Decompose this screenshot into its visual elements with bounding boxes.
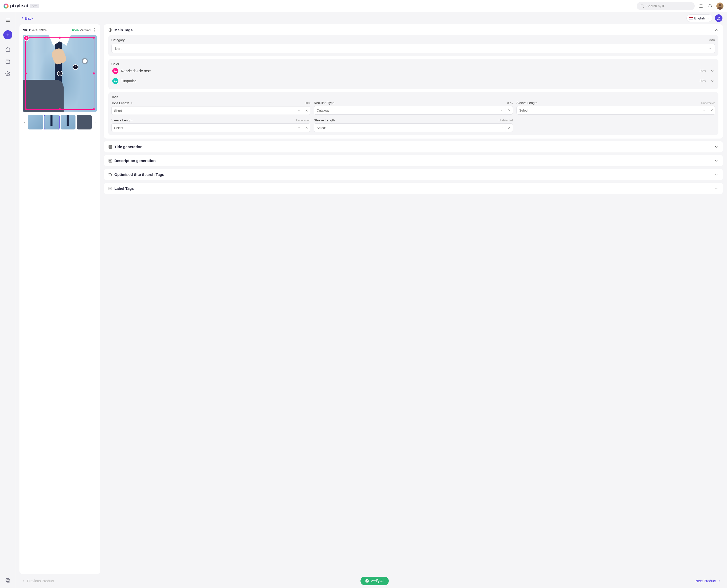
home-icon[interactable]: [4, 45, 12, 54]
color-label: Color: [111, 62, 119, 66]
search-tags-section[interactable]: Optimised Site Search Tags: [104, 169, 723, 180]
chevron-down-icon: [500, 126, 503, 129]
tag-item: Sleeve LengthUndetectedSelect ✕: [111, 118, 310, 132]
description-generation-section[interactable]: Description generation: [104, 155, 723, 166]
category-select[interactable]: Shirt: [111, 44, 715, 53]
color-pct: 80%: [700, 69, 706, 73]
back-label: Back: [25, 16, 33, 20]
remove-tag-button[interactable]: ✕: [303, 106, 310, 115]
handle-tm[interactable]: [59, 37, 61, 39]
color-swatch-icon: [112, 68, 118, 74]
undetected-label: Undetected: [701, 102, 715, 104]
next-product-button[interactable]: Next Product: [695, 579, 721, 583]
bell-icon[interactable]: [707, 3, 713, 9]
svg-point-12: [110, 29, 111, 30]
tag-select[interactable]: Select: [111, 123, 303, 132]
tag-item: Tops Length+80%Short ✕: [111, 101, 310, 115]
chevron-down-icon: [710, 79, 714, 83]
chevron-down-icon: [709, 47, 712, 50]
search-input[interactable]: [646, 4, 692, 8]
thumbnail-3[interactable]: [61, 115, 76, 130]
back-button[interactable]: Back: [20, 16, 33, 20]
chevron-down-icon: [714, 145, 719, 149]
marker-3[interactable]: 3: [73, 64, 78, 70]
logo-text: pixyle.ai: [10, 3, 28, 8]
verified-badge: 65% Verified: [72, 28, 91, 32]
thumbnail-1[interactable]: [28, 115, 43, 130]
verify-all-button[interactable]: Verify All: [360, 576, 389, 585]
svg-point-3: [718, 7, 723, 9]
search-input-wrapper[interactable]: [637, 2, 695, 10]
tag-item: Neckline Type80%Cutaway ✕: [314, 101, 513, 115]
tag-select[interactable]: Cutaway: [314, 106, 506, 114]
handle-ml[interactable]: [25, 72, 27, 75]
footer: Previous Product Verify All Next Product: [16, 574, 727, 588]
book-icon[interactable]: [698, 3, 704, 9]
thumb-prev[interactable]: ‹: [23, 120, 26, 124]
beta-badge: beta: [30, 4, 39, 8]
thumbnail-4[interactable]: [77, 115, 92, 130]
marker-2[interactable]: 2: [57, 71, 63, 76]
tag-select[interactable]: Short: [111, 106, 303, 115]
category-label: Category: [111, 38, 125, 42]
tags-block: Tags Tops Length+80%Short ✕Neckline Type…: [108, 92, 719, 135]
tag-label: Sleeve Length: [517, 101, 537, 105]
add-tag-icon[interactable]: +: [131, 101, 133, 105]
avatar[interactable]: [716, 2, 724, 9]
color-block: Color Razzle dazzle rose 80% Turquoise 8…: [108, 59, 719, 89]
main-tags-header[interactable]: Main Tags: [108, 28, 719, 32]
tags-label: Tags: [111, 95, 118, 99]
label-tags-section[interactable]: Label Tags: [104, 183, 723, 194]
marker-1[interactable]: 1: [23, 36, 29, 41]
language-select[interactable]: English: [686, 14, 712, 22]
color-pct: 80%: [700, 79, 706, 83]
search-icon: [640, 3, 644, 9]
tag-label: Neckline Type: [314, 101, 334, 105]
sku-value: 47483924: [32, 28, 47, 32]
chevron-down-icon: [714, 173, 719, 177]
color-item[interactable]: Turquoise 80%: [111, 76, 715, 86]
chevron-down-icon: [297, 109, 300, 112]
svg-rect-18: [109, 160, 111, 160]
box-icon[interactable]: [4, 58, 12, 66]
remove-tag-button[interactable]: ✕: [506, 106, 513, 114]
tag-item: Sleeve LengthUndetectedSelect ✕: [517, 101, 715, 115]
tag-label: Sleeve Length: [111, 118, 132, 122]
chevron-down-icon: [703, 109, 706, 112]
chevron-down-icon: [297, 126, 300, 129]
thumbnails: ‹ ›: [23, 115, 97, 130]
category-block: Category 80% Shirt: [108, 35, 719, 56]
svg-line-1: [643, 7, 644, 7]
tags-panel: Main Tags Category 80%: [104, 24, 724, 574]
prev-product-button: Previous Product: [22, 579, 54, 583]
tag-icon: [108, 28, 112, 32]
thumb-next[interactable]: ›: [93, 120, 97, 124]
svg-rect-11: [7, 580, 10, 583]
gear-icon[interactable]: [4, 70, 12, 78]
upload-button[interactable]: [715, 14, 723, 22]
sku-label: SKU:: [23, 28, 31, 32]
tag-pct: 80%: [305, 102, 310, 104]
code-icon[interactable]: [4, 576, 12, 585]
svg-point-9: [7, 73, 8, 75]
chevron-down-icon: [714, 187, 719, 191]
color-item[interactable]: Razzle dazzle rose 80%: [111, 66, 715, 76]
remove-tag-button[interactable]: ✕: [708, 106, 715, 114]
remove-tag-button[interactable]: ✕: [303, 123, 310, 132]
svg-rect-17: [109, 159, 112, 162]
product-image[interactable]: 1 2 3: [23, 35, 97, 112]
thumbnail-2[interactable]: [44, 115, 59, 130]
toolbar: Back English: [16, 12, 727, 24]
title-generation-section[interactable]: Title generation: [104, 141, 723, 152]
chevron-down-icon: [707, 17, 710, 20]
remove-tag-button[interactable]: ✕: [506, 123, 513, 132]
tag-select[interactable]: Select: [517, 106, 708, 114]
svg-point-13: [109, 28, 112, 31]
flag-icon: [689, 17, 693, 19]
add-button[interactable]: [3, 30, 13, 39]
sidebar: [0, 12, 16, 588]
menu-icon[interactable]: [4, 16, 12, 24]
logo[interactable]: pixyle.ai beta: [3, 3, 39, 8]
more-icon[interactable]: ⋮: [92, 28, 97, 32]
tag-select[interactable]: Select: [314, 123, 506, 132]
